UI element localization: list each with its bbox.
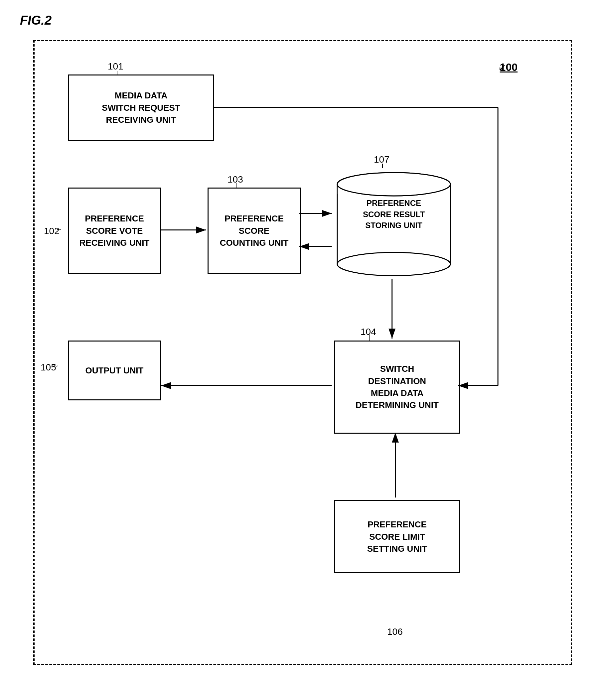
block-preference-limit: PREFERENCE SCORE LIMIT SETTING UNIT — [334, 500, 460, 573]
figure-label: FIG.2 — [20, 13, 51, 28]
ref-100-arrow: ↙ — [498, 62, 506, 73]
block-media-switch: MEDIA DATA SWITCH REQUEST RECEIVING UNIT — [68, 75, 214, 141]
svg-point-3 — [337, 253, 450, 276]
block-preference-counting: PREFERENCE SCORE COUNTING UNIT — [208, 188, 301, 274]
block-switch-destination: SWITCH DESTINATION MEDIA DATA DETERMININ… — [334, 341, 460, 434]
svg-point-6 — [337, 173, 450, 196]
ref-103: 103 — [227, 174, 243, 185]
ref-104: 104 — [360, 327, 376, 337]
ref-107: 107 — [374, 154, 389, 165]
ref-102-arrow: ~ — [57, 225, 61, 234]
cylinder-preference-result: PREFERENCE SCORE RESULT STORING UNIT — [334, 168, 454, 281]
ref-106: 106 — [387, 626, 403, 637]
main-container: 100 ↙ MEDIA DATA SWITCH REQUEST RECEIVIN… — [33, 40, 572, 665]
ref-101: 101 — [108, 61, 124, 72]
cylinder-label: PREFERENCE SCORE RESULT STORING UNIT — [334, 197, 454, 231]
block-preference-vote: PREFERENCE SCORE VOTE RECEIVING UNIT — [68, 188, 161, 274]
ref-105-dash: ~ — [53, 361, 58, 371]
block-output: OUTPUT UNIT — [68, 341, 161, 401]
